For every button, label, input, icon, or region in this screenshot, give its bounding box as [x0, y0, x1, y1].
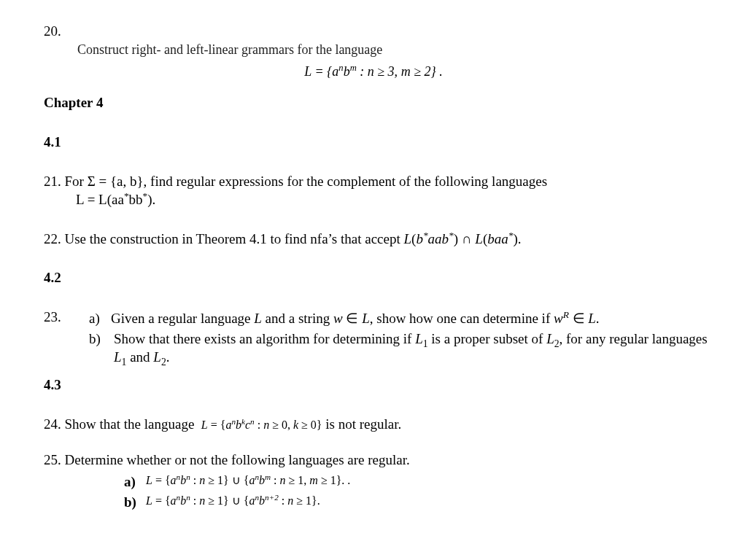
- q21-line2: L = L(aa*bb*).: [76, 190, 711, 209]
- q20-equation: L = {anbm : n ≥ 3, m ≥ 2} .: [36, 63, 711, 80]
- q23-a-text: Given a regular language L and a string …: [111, 309, 711, 328]
- section-4-1: 4.1: [44, 133, 711, 152]
- q20-number: 20.: [44, 22, 711, 41]
- q25-a-label: a): [124, 472, 146, 491]
- q25-b-label: b): [124, 493, 146, 512]
- q20-text: Construct right- and left-linear grammar…: [77, 41, 711, 58]
- q25-b-text: L = {anbn : n ≥ 1} ∪ {anbn+2 : n ≥ 1}.: [146, 493, 711, 512]
- q25-a-text: L = {anbn : n ≥ 1} ∪ {anbm : n ≥ 1, m ≥ …: [146, 472, 711, 491]
- q23-b-text: Show that there exists an algorithm for …: [111, 330, 711, 367]
- q23-a-label: a): [89, 309, 111, 328]
- q21: 21. For Σ = {a, b}, find regular express…: [44, 172, 711, 209]
- section-4-2: 4.2: [44, 268, 711, 287]
- q21-line1: 21. For Σ = {a, b}, find regular express…: [44, 172, 711, 191]
- q24: 24. Show that the language L = {anbkcn :…: [44, 415, 711, 434]
- chapter-heading: Chapter 4: [44, 93, 711, 112]
- q25-intro: 25. Determine whether or not the followi…: [44, 451, 711, 470]
- q23: 23. a) Given a regular language L and a …: [44, 308, 711, 368]
- q25-subs: a) L = {anbn : n ≥ 1} ∪ {anbm : n ≥ 1, m…: [124, 472, 711, 511]
- q23-b-label: b): [89, 330, 111, 367]
- section-4-3: 4.3: [44, 376, 711, 394]
- q22: 22. Use the construction in Theorem 4.1 …: [44, 230, 711, 249]
- q23-number: 23.: [44, 308, 89, 368]
